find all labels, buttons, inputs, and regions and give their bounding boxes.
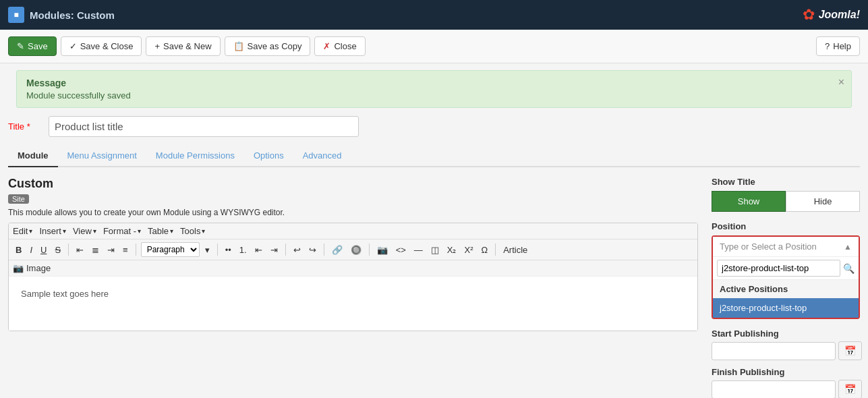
- module-heading: Custom: [8, 177, 698, 191]
- editor-menu-format[interactable]: Format - ▾: [103, 226, 141, 236]
- subscript-button[interactable]: X₂: [444, 244, 459, 256]
- message-body: Module successfully saved: [26, 90, 842, 101]
- sidebar: Show Title Show Hide Position Type or Se…: [712, 177, 860, 398]
- close-label: Close: [334, 41, 356, 51]
- joomla-star-icon: ✿: [803, 6, 815, 24]
- start-publishing-row: 📅: [712, 341, 860, 360]
- tab-menu-assignment[interactable]: Menu Assignment: [58, 145, 146, 167]
- close-button[interactable]: ✗ Close: [314, 36, 365, 56]
- joomla-text: Joomla!: [819, 9, 860, 21]
- help-icon: ?: [825, 41, 830, 51]
- paragraph-arrow-button[interactable]: ▾: [202, 244, 212, 256]
- plus-icon: +: [154, 41, 160, 51]
- top-navigation: ■ Modules: Custom ✿ Joomla!: [0, 0, 868, 30]
- page-title: Modules: Custom: [30, 9, 115, 21]
- finish-publishing-calendar-button[interactable]: 📅: [838, 380, 862, 398]
- tools-arrow-icon: ▾: [202, 227, 205, 235]
- tabs: Module Menu Assignment Module Permission…: [8, 145, 860, 167]
- align-left-button[interactable]: ⇤: [74, 244, 86, 256]
- joomla-logo: ✿ Joomla!: [803, 6, 860, 24]
- position-section: Position Type or Select a Position ▲ 🔍 A…: [712, 221, 860, 319]
- tab-module[interactable]: Module: [8, 145, 58, 167]
- finish-publishing-row: 📅: [712, 380, 860, 398]
- editor-menu-tools[interactable]: Tools ▾: [180, 226, 205, 236]
- omega-button[interactable]: Ω: [478, 244, 490, 256]
- align-right-button[interactable]: ⇥: [105, 244, 117, 256]
- insert-arrow-icon: ▾: [63, 227, 66, 235]
- check-icon: ✓: [69, 41, 77, 51]
- toolbar-separator-1: [68, 244, 69, 256]
- message-title: Message: [26, 78, 842, 88]
- finish-publishing-input[interactable]: [712, 380, 836, 399]
- position-item[interactable]: j2store-product-list-top: [713, 298, 859, 318]
- indent-button[interactable]: ⇥: [268, 244, 281, 256]
- position-placeholder: Type or Select a Position: [720, 241, 817, 252]
- superscript-button[interactable]: X²: [461, 244, 475, 256]
- position-search-row: 🔍: [713, 257, 859, 280]
- tab-options[interactable]: Options: [244, 145, 293, 167]
- bold-button[interactable]: B: [13, 244, 24, 256]
- toolbar-separator-6: [369, 244, 370, 256]
- editor-body[interactable]: Sample text goes here: [9, 277, 697, 331]
- title-label: Title *: [8, 121, 42, 132]
- save-new-label: Save & New: [163, 41, 212, 51]
- module-description: This module allows you to create your ow…: [8, 208, 698, 217]
- hr-button[interactable]: —: [411, 244, 426, 256]
- save-copy-button[interactable]: 📋 Save as Copy: [225, 36, 311, 56]
- start-publishing-section: Start Publishing 📅: [712, 329, 860, 360]
- ordered-list-button[interactable]: 1.: [237, 244, 250, 256]
- message-close-button[interactable]: ×: [838, 76, 844, 88]
- align-justify-button[interactable]: ≡: [120, 244, 131, 256]
- save-label: Save: [28, 41, 48, 51]
- start-publishing-calendar-button[interactable]: 📅: [838, 341, 862, 360]
- editor-menubar: Edit ▾ Insert ▾ View ▾ Format - ▾ Table …: [9, 223, 697, 239]
- save-button[interactable]: ✎ Save: [8, 36, 57, 56]
- paragraph-select[interactable]: Paragraph: [141, 242, 200, 257]
- table-button[interactable]: ◫: [428, 244, 442, 256]
- underline-button[interactable]: U: [38, 244, 49, 256]
- save-new-button[interactable]: + Save & New: [146, 36, 220, 56]
- editor-section: Custom Site This module allows you to cr…: [8, 177, 698, 398]
- code-button[interactable]: <>: [393, 244, 409, 256]
- close-icon: ✗: [323, 41, 330, 51]
- image-row: 📷 Image: [9, 260, 697, 277]
- table-arrow-icon: ▾: [170, 227, 173, 235]
- position-arrow-icon: ▲: [844, 242, 852, 252]
- finish-publishing-label: Finish Publishing: [712, 367, 860, 377]
- hide-button[interactable]: Hide: [786, 191, 860, 212]
- search-icon: 🔍: [843, 263, 855, 274]
- strikethrough-button[interactable]: S: [52, 244, 63, 256]
- show-title-label: Show Title: [712, 177, 860, 187]
- italic-button[interactable]: I: [27, 244, 35, 256]
- editor-menu-table[interactable]: Table ▾: [148, 226, 173, 236]
- required-marker: *: [27, 121, 30, 132]
- article-button[interactable]: Article: [500, 244, 530, 256]
- tab-advanced[interactable]: Advanced: [293, 145, 351, 167]
- editor-menu-insert[interactable]: Insert ▾: [39, 226, 66, 236]
- undo-button[interactable]: ↩: [291, 244, 303, 256]
- unordered-list-button[interactable]: ••: [223, 244, 234, 256]
- title-input[interactable]: [49, 116, 359, 137]
- unlink-button[interactable]: 🔘: [348, 244, 364, 256]
- image-label: Image: [26, 263, 51, 273]
- position-dropdown-header[interactable]: Type or Select a Position ▲: [713, 237, 859, 257]
- redo-button[interactable]: ↪: [306, 244, 319, 256]
- toolbar-separator-3: [217, 244, 218, 256]
- save-copy-label: Save as Copy: [248, 41, 302, 51]
- editor-menu-view[interactable]: View ▾: [73, 226, 96, 236]
- link-button[interactable]: 🔗: [329, 244, 345, 256]
- save-icon: ✎: [17, 41, 24, 51]
- image-insert-button[interactable]: 📷: [374, 244, 390, 256]
- save-close-button[interactable]: ✓ Save & Close: [61, 36, 142, 56]
- edit-arrow-icon: ▾: [29, 227, 32, 235]
- start-publishing-input[interactable]: [712, 342, 836, 360]
- position-search-input[interactable]: [717, 260, 840, 277]
- message-box: Message Module successfully saved ×: [16, 70, 852, 108]
- editor-menu-edit[interactable]: Edit ▾: [13, 226, 32, 236]
- help-button[interactable]: ? Help: [816, 36, 860, 56]
- sample-text: Sample text goes here: [16, 283, 691, 304]
- show-button[interactable]: Show: [712, 191, 786, 212]
- tab-module-permissions[interactable]: Module Permissions: [146, 145, 244, 167]
- outdent-button[interactable]: ⇤: [252, 244, 265, 256]
- align-center-button[interactable]: ≣: [89, 244, 102, 256]
